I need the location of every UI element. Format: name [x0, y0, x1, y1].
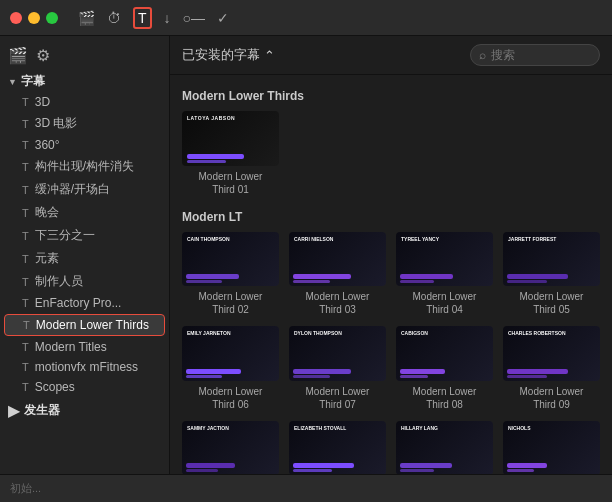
- thumb-line2-10: [186, 469, 218, 472]
- key-icon[interactable]: ○—: [183, 10, 205, 26]
- fullscreen-button[interactable]: [46, 12, 58, 24]
- thumb-namebar-03: [289, 271, 386, 286]
- thumb-line1-10: [186, 463, 235, 468]
- card-label-01: Modern LowerThird 01: [199, 170, 263, 196]
- thumb-09: CHARLES ROBERTSON: [503, 326, 600, 381]
- thumb-text-07: DYLON THOMPSON: [294, 330, 342, 336]
- thumb-line1-03: [293, 274, 351, 279]
- item-icon-mlt: T: [23, 319, 30, 331]
- generator-section-header[interactable]: ▶ 发生器: [0, 397, 169, 424]
- card-07[interactable]: DYLON THOMPSON Modern LowerThird 07: [289, 326, 386, 411]
- thumb-12: HILLARY LANG: [396, 421, 493, 474]
- sidebar-icon-2[interactable]: ⚙: [36, 46, 50, 65]
- thumb-line2-05: [507, 280, 547, 283]
- card-12[interactable]: HILLARY LANG Modern LowerThird 12: [396, 421, 493, 474]
- card-06[interactable]: EMILY JARNETON Modern LowerThird 06: [182, 326, 279, 411]
- sidebar-item-party[interactable]: T 晚会: [0, 201, 169, 224]
- thumb-line1-04: [400, 274, 453, 279]
- sidebar-item-buffer[interactable]: T 缓冲器/开场白: [0, 178, 169, 201]
- search-input[interactable]: [491, 48, 591, 62]
- content-header: 已安装的字幕 ⌃ ⌕: [170, 36, 612, 75]
- minimize-button[interactable]: [28, 12, 40, 24]
- sidebar-item-360[interactable]: T 360°: [0, 135, 169, 155]
- close-button[interactable]: [10, 12, 22, 24]
- sidebar-item-modern-lower-thirds[interactable]: T Modern Lower Thirds: [4, 314, 165, 336]
- sidebar-item-credits[interactable]: T 制作人员: [0, 270, 169, 293]
- thumb-line2-04: [400, 280, 434, 283]
- thumb-namebar-06: [182, 366, 279, 381]
- card-13[interactable]: NICHOLS Modern LowerThird 13: [503, 421, 600, 474]
- sidebar-item-3d[interactable]: T 3D: [0, 92, 169, 112]
- check-icon[interactable]: ✓: [217, 10, 229, 26]
- thumb-namebar-05: [503, 271, 600, 286]
- thumb-line1-12: [400, 463, 452, 468]
- thumb-line1-05: [507, 274, 568, 279]
- item-icon-3d: T: [22, 96, 29, 108]
- download-icon[interactable]: ↓: [164, 10, 171, 26]
- sidebar-item-scopes[interactable]: T Scopes: [0, 377, 169, 397]
- clock-icon[interactable]: ⏱: [107, 10, 121, 26]
- card-01[interactable]: LATOYA JABSON Modern LowerThird 01: [182, 111, 279, 196]
- card-05[interactable]: JARRETT FORREST Modern LowerThird 05: [503, 232, 600, 317]
- installed-label: 已安装的字幕: [182, 46, 260, 64]
- card-11[interactable]: ELIZABETH STOVALL Modern LowerThird 11: [289, 421, 386, 474]
- sidebar-item-lower-third[interactable]: T 下三分之一: [0, 224, 169, 247]
- card-label-05: Modern LowerThird 05: [520, 290, 584, 316]
- subtitle-section-header[interactable]: ▼ 字幕: [0, 71, 169, 92]
- thumb-namebar-12: [396, 460, 493, 474]
- item-icon-360: T: [22, 139, 29, 151]
- thumb-text-09: CHARLES ROBERTSON: [508, 330, 566, 336]
- thumb-line2-11: [293, 469, 332, 472]
- thumb-namebar-09: [503, 366, 600, 381]
- item-icon-3dmovie: T: [22, 118, 29, 130]
- thumb-06: EMILY JARNETON: [182, 326, 279, 381]
- card-label-09: Modern LowerThird 09: [520, 385, 584, 411]
- thumb-line2-12: [400, 469, 434, 472]
- thumb-02: CAIN THOMPSON: [182, 232, 279, 287]
- card-09[interactable]: CHARLES ROBERTSON Modern LowerThird 09: [503, 326, 600, 411]
- card-label-06: Modern LowerThird 06: [199, 385, 263, 411]
- thumb-text-02: CAIN THOMPSON: [187, 236, 230, 242]
- grid-area: Modern Lower Thirds LATOYA JABSON Modern…: [170, 75, 612, 474]
- sidebar-item-motionvfx[interactable]: T motionvfx mFitness: [0, 357, 169, 377]
- thumb-03: CARRI NIELSON: [289, 232, 386, 287]
- thumb-line1-09: [507, 369, 568, 374]
- item-icon-party: T: [22, 207, 29, 219]
- sidebar-toolbar: 🎬 ⚙: [0, 42, 169, 71]
- thumb-line1-11: [293, 463, 354, 468]
- thumb-namebar-13: [503, 460, 600, 474]
- card-03[interactable]: CARRI NIELSON Modern LowerThird 03: [289, 232, 386, 317]
- thumb-text-04: TYREEL YANCY: [401, 236, 439, 242]
- card-04[interactable]: TYREEL YANCY Modern LowerThird 04: [396, 232, 493, 317]
- sidebar-item-enfactory[interactable]: T EnFactory Pro...: [0, 293, 169, 313]
- thumb-line2-02: [186, 280, 222, 283]
- sidebar-icon-1[interactable]: 🎬: [8, 46, 28, 65]
- card-10[interactable]: SAMMY JACTION Modern LowerThird 10: [182, 421, 279, 474]
- bottombar-text: 初始...: [10, 481, 41, 496]
- thumb-text-12: HILLARY LANG: [401, 425, 438, 431]
- thumb-line2-03: [293, 280, 330, 283]
- thumb-line2-13: [507, 469, 534, 472]
- thumb-text-11: ELIZABETH STOVALL: [294, 425, 346, 431]
- title-active-icon[interactable]: T: [133, 7, 152, 29]
- sidebar-item-3d-movie[interactable]: T 3D 电影: [0, 112, 169, 135]
- item-icon-scopes: T: [22, 381, 29, 393]
- item-icon-element: T: [22, 253, 29, 265]
- item-icon-mt: T: [22, 341, 29, 353]
- installed-dropdown[interactable]: 已安装的字幕 ⌃: [182, 46, 275, 64]
- card-08[interactable]: CABIGSON Modern LowerThird 08: [396, 326, 493, 411]
- thumb-line1-01: [187, 154, 244, 159]
- sidebar-item-element[interactable]: T 元素: [0, 247, 169, 270]
- sidebar-item-appear[interactable]: T 构件出现/构件消失: [0, 155, 169, 178]
- section-mlt-grid: LATOYA JABSON Modern LowerThird 01: [182, 111, 600, 196]
- section-title-mlt: Modern Lower Thirds: [182, 89, 600, 103]
- main-layout: 🎬 ⚙ ▼ 字幕 T 3D T 3D 电影 T 360° T 构件出现/构件消失…: [0, 36, 612, 474]
- thumb-05: JARRETT FORREST: [503, 232, 600, 287]
- card-02[interactable]: CAIN THOMPSON Modern LowerThird 02: [182, 232, 279, 317]
- item-icon-enfactory: T: [22, 297, 29, 309]
- sidebar: 🎬 ⚙ ▼ 字幕 T 3D T 3D 电影 T 360° T 构件出现/构件消失…: [0, 36, 170, 474]
- thumb-07: DYLON THOMPSON: [289, 326, 386, 381]
- thumb-text-10: SAMMY JACTION: [187, 425, 229, 431]
- sidebar-item-modern-titles[interactable]: T Modern Titles: [0, 337, 169, 357]
- film-icon[interactable]: 🎬: [78, 10, 95, 26]
